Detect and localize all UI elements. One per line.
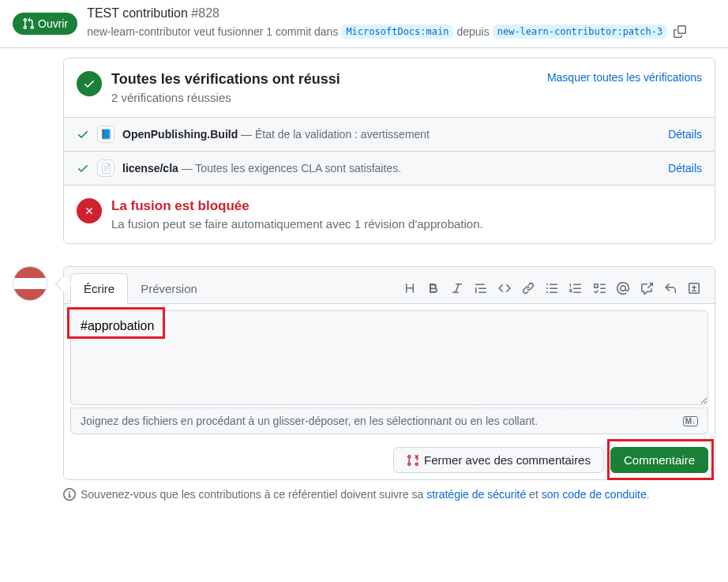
check-ok-icon xyxy=(77,162,89,175)
copy-icon[interactable] xyxy=(670,22,689,41)
check-ok-icon xyxy=(77,128,89,141)
list-ordered-icon[interactable] xyxy=(569,282,582,295)
details-link[interactable]: Détails xyxy=(668,128,702,141)
comment-actions: Fermer avec des commentaires Commentaire xyxy=(64,441,715,479)
list-unordered-icon[interactable] xyxy=(546,282,558,295)
diff-icon[interactable] xyxy=(688,282,700,295)
toolbar xyxy=(403,282,708,295)
close-with-comment-button[interactable]: Fermer avec des commentaires xyxy=(393,447,604,473)
quote-icon[interactable] xyxy=(475,282,487,295)
tab-preview[interactable]: Préversion xyxy=(128,274,210,303)
check-item: 📘 OpenPublishing.Build — État de la vali… xyxy=(64,117,715,151)
header-info: TEST contribution #828 new-leam-contribu… xyxy=(87,6,715,41)
hide-checks-link[interactable]: Masquer toutes les vérifications xyxy=(547,71,702,84)
pr-subtitle: new-leam-contributor veut fusionner 1 co… xyxy=(87,22,715,41)
security-policy-link[interactable]: stratégie de sécurité xyxy=(426,488,526,501)
check-list: 📘 OpenPublishing.Build — État de la vali… xyxy=(64,117,715,185)
compare-branch[interactable]: new-learn-contributor:patch-3 xyxy=(493,24,668,39)
comment-box: Écrire Préversion xyxy=(63,266,715,480)
link-icon[interactable] xyxy=(522,282,535,295)
avatar[interactable] xyxy=(13,266,47,301)
git-pull-request-icon xyxy=(22,17,35,30)
bold-icon[interactable] xyxy=(427,282,440,295)
merge-blocked-title: La fusion est bloquée xyxy=(111,198,483,214)
merge-blocked-icon xyxy=(77,198,102,223)
pr-title: TEST contribution #828 xyxy=(87,6,715,21)
cross-reference-icon[interactable] xyxy=(640,282,653,295)
tab-write[interactable]: Écrire xyxy=(70,273,128,304)
code-of-conduct-link[interactable]: son code de conduite xyxy=(542,488,647,501)
checks-header: Toutes les vérifications ont réussi 2 vé… xyxy=(64,58,715,117)
details-link[interactable]: Détails xyxy=(668,162,702,175)
status-badge: Ouvrir xyxy=(13,13,77,35)
checks-subtitle: 2 vérifications réussies xyxy=(111,91,538,104)
app-icon: 📄 xyxy=(97,160,114,177)
code-icon[interactable] xyxy=(498,282,511,295)
italic-icon[interactable] xyxy=(451,282,463,295)
status-label: Ouvrir xyxy=(38,17,68,30)
info-icon xyxy=(63,488,76,501)
check-item: 📄 license/cla — Toutes les exigences CLA… xyxy=(64,151,715,185)
comment-area: Écrire Préversion xyxy=(63,266,715,480)
editor-tabs: Écrire Préversion xyxy=(64,267,715,304)
mention-icon[interactable] xyxy=(617,282,629,295)
comment-textarea[interactable] xyxy=(70,310,708,405)
tasklist-icon[interactable] xyxy=(593,282,606,295)
reply-icon[interactable] xyxy=(664,282,677,295)
merge-blocked-desc: La fusion peut se faire automatiquement … xyxy=(111,217,483,231)
heading-icon[interactable] xyxy=(403,282,416,295)
footer-note: Souvenez-vous que les contributions à ce… xyxy=(63,488,715,501)
base-branch[interactable]: MicrosoftDocs:main xyxy=(341,24,453,39)
merge-blocked: La fusion est bloquée La fusion peut se … xyxy=(64,185,715,243)
app-icon: 📘 xyxy=(97,126,114,143)
git-pull-request-closed-icon xyxy=(407,454,419,467)
checks-panel: Toutes les vérifications ont réussi 2 vé… xyxy=(63,58,715,244)
markdown-icon[interactable]: M↓ xyxy=(683,416,698,426)
comment-button[interactable]: Commentaire xyxy=(610,447,708,473)
pr-header: Ouvrir TEST contribution #828 new-leam-c… xyxy=(0,0,728,48)
check-success-icon xyxy=(77,71,102,96)
checks-title: Toutes les vérifications ont réussi xyxy=(111,71,538,88)
